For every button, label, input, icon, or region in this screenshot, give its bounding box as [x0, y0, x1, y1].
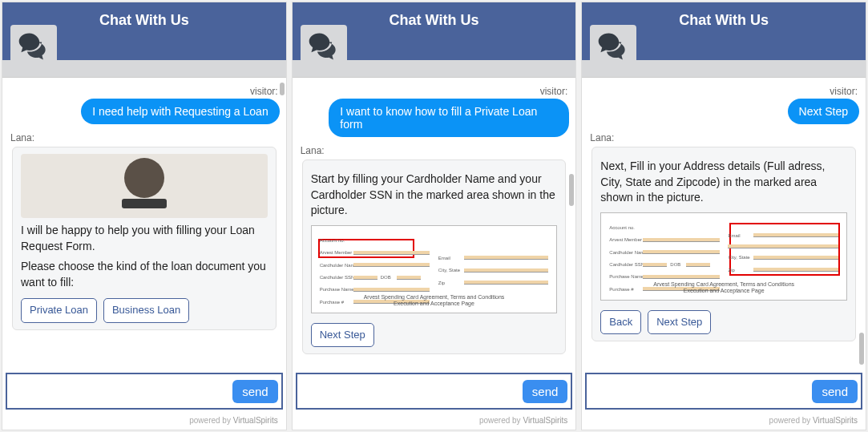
footer: powered by VirtualSpirits	[582, 413, 866, 430]
message-area[interactable]: visitor: I need help with Requesting a L…	[2, 78, 286, 369]
scrollbar-thumb[interactable]	[569, 174, 574, 206]
chat-panel-1: Chat With Us visitor: I need help with R…	[2, 2, 287, 430]
footer-link[interactable]: VirtualSpirits	[233, 416, 278, 425]
footer-prefix: powered by	[189, 416, 232, 425]
footer-link[interactable]: VirtualSpirits	[523, 416, 567, 425]
send-button[interactable]: send	[812, 380, 858, 403]
send-button[interactable]: send	[232, 380, 278, 403]
bot-label: Lana:	[301, 145, 568, 156]
back-button[interactable]: Back	[600, 310, 641, 334]
bot-message-card: Next, Fill in your Address details (Full…	[591, 147, 856, 341]
chat-bubbles-icon	[595, 29, 631, 67]
form-caption: Arvest Spending Card Agreement, Terms an…	[601, 281, 846, 295]
message-area[interactable]: visitor: Next Step Lana: Next, Fill in y…	[582, 78, 866, 369]
chat-header: Chat With Us	[582, 2, 866, 60]
footer: powered by VirtualSpirits	[293, 413, 576, 430]
header-title: Chat With Us	[390, 12, 479, 29]
input-bar: send	[296, 373, 573, 410]
footer-link[interactable]: VirtualSpirits	[813, 416, 858, 425]
option-row: Back Next Step	[600, 307, 847, 334]
chat-logo	[590, 25, 636, 71]
scrollbar-thumb[interactable]	[280, 83, 285, 95]
form-caption: Arvest Spending Card Agreement, Terms an…	[312, 294, 557, 308]
footer-prefix: powered by	[769, 416, 813, 425]
next-step-button[interactable]: Next Step	[648, 310, 711, 334]
message-input[interactable]	[590, 382, 812, 401]
user-message: I want to know how to fill a Private Loa…	[329, 99, 569, 137]
send-button[interactable]: send	[523, 380, 568, 403]
footer: powered by VirtualSpirits	[2, 413, 286, 430]
chat-logo	[10, 25, 57, 71]
bot-label: Lana:	[590, 132, 858, 143]
bot-label: Lana:	[10, 132, 278, 143]
chat-logo	[301, 25, 347, 71]
form-preview-image: Account no. Arvest Member Card # Cardhol…	[311, 225, 558, 313]
header-title: Chat With Us	[99, 12, 189, 29]
input-bar: send	[6, 373, 283, 410]
chat-panel-3: Chat With Us visitor: Next Step Lana: Ne…	[581, 2, 866, 430]
bot-text-line: Please choose the kind of the loan docum…	[21, 259, 268, 290]
chat-bubbles-icon	[16, 29, 51, 67]
input-bar: send	[585, 373, 862, 410]
bot-message-card: I will be happy to help you with filling…	[12, 147, 277, 330]
bot-message-card: Start by filling your Cardholder Name an…	[302, 159, 567, 354]
chat-header: Chat With Us	[293, 2, 576, 60]
next-step-button[interactable]: Next Step	[311, 323, 374, 347]
option-row: Next Step	[311, 320, 558, 347]
message-area[interactable]: visitor: I want to know how to fill a Pr…	[293, 78, 576, 369]
chat-panel-2: Chat With Us visitor: I want to know how…	[292, 2, 577, 430]
bot-text-line: I will be happy to help you with filling…	[21, 223, 268, 254]
visitor-label: visitor:	[301, 86, 568, 97]
visitor-label: visitor:	[10, 86, 278, 97]
option-row: Private Loan Business Loan	[21, 295, 268, 322]
visitor-label: visitor:	[590, 86, 858, 97]
form-preview-image: Account no. Arvest Member Card # Cardhol…	[600, 212, 847, 301]
stamp-image	[21, 154, 268, 218]
chat-bubbles-icon	[306, 29, 341, 67]
option-private-loan[interactable]: Private Loan	[21, 298, 97, 322]
option-business-loan[interactable]: Business Loan	[103, 298, 189, 322]
message-input[interactable]	[10, 382, 232, 401]
bot-text: Next, Fill in your Address details (Full…	[600, 159, 847, 206]
header-title: Chat With Us	[679, 12, 769, 29]
chat-header: Chat With Us	[2, 2, 286, 60]
bot-text: Start by filling your Cardholder Name an…	[311, 172, 558, 219]
message-input[interactable]	[301, 382, 523, 401]
user-message: Next Step	[788, 99, 859, 124]
footer-prefix: powered by	[479, 416, 523, 425]
user-message: I need help with Requesting a Loan	[81, 99, 280, 124]
scrollbar-thumb[interactable]	[859, 333, 864, 365]
